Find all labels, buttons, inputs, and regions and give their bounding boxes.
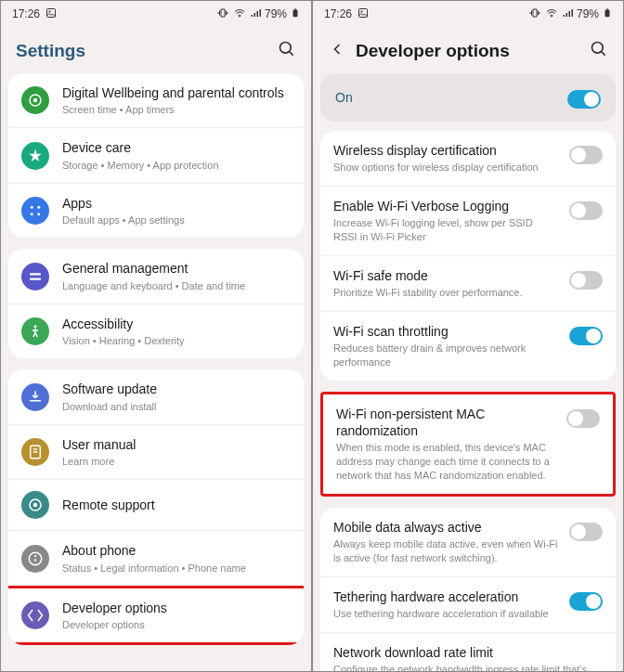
dev-option[interactable]: Enable Wi-Fi Verbose LoggingIncrease Wi-… xyxy=(320,186,616,255)
wifi-icon xyxy=(545,7,558,21)
toggle-switch[interactable] xyxy=(569,592,603,611)
general-icon xyxy=(21,263,49,291)
svg-point-1 xyxy=(49,10,51,12)
settings-item-remote[interactable]: Remote support xyxy=(8,479,304,530)
settings-list: Digital Wellbeing and parental controlsS… xyxy=(1,73,311,671)
svg-rect-2 xyxy=(293,9,298,17)
dev-option[interactable]: Tethering hardware accelerationUse tethe… xyxy=(320,576,616,632)
vibrate-icon xyxy=(216,7,229,21)
image-icon xyxy=(46,7,57,21)
developer-header: Developer options xyxy=(313,27,623,73)
back-icon[interactable] xyxy=(328,40,346,62)
page-title: Developer options xyxy=(356,41,510,61)
remote-icon xyxy=(21,491,49,519)
svg-rect-25 xyxy=(605,9,610,17)
dev-option-subtitle: Configure the network bandwidth ingress … xyxy=(333,663,603,671)
signal-icon xyxy=(250,7,261,21)
dev-option[interactable]: Network download rate limitConfigure the… xyxy=(320,632,616,671)
dev-option-title: Wireless display certification xyxy=(333,142,558,159)
dev-option[interactable]: Wi-Fi non-persistent MAC randomizationWh… xyxy=(323,394,613,494)
svg-point-19 xyxy=(33,503,38,508)
dev-group: Wireless display certificationShow optio… xyxy=(320,131,616,381)
toggle-switch[interactable] xyxy=(569,146,603,164)
image-icon xyxy=(358,7,369,21)
search-icon[interactable] xyxy=(278,40,296,62)
dev-option-subtitle: Use tethering hardware acceleration if a… xyxy=(333,607,558,621)
toggle-switch[interactable] xyxy=(569,327,603,345)
wifi-icon xyxy=(233,7,246,21)
item-subtitle: Screen time • App timers xyxy=(62,103,291,116)
svg-rect-12 xyxy=(30,273,41,275)
dev-group: Mobile data always activeAlways keep mob… xyxy=(320,508,616,671)
settings-item-general[interactable]: General managementLanguage and keyboard … xyxy=(8,249,304,303)
svg-point-11 xyxy=(37,213,40,215)
svg-point-24 xyxy=(361,10,363,12)
dev-option-subtitle: Show options for wireless display certif… xyxy=(333,161,558,174)
item-subtitle: Vision • Hearing • Dexterity xyxy=(62,334,291,347)
svg-line-5 xyxy=(290,52,293,56)
status-time: 17:26 xyxy=(324,7,352,20)
settings-group: General managementLanguage and keyboard … xyxy=(8,249,304,358)
item-title: Accessibility xyxy=(62,316,291,332)
dev-option-title: Network download rate limit xyxy=(333,644,603,661)
dev-option-title: Enable Wi-Fi Verbose Logging xyxy=(333,198,558,214)
dev-option[interactable]: Wi-Fi scan throttlingReduces battery dra… xyxy=(320,311,616,381)
update-icon xyxy=(21,383,49,411)
svg-point-27 xyxy=(592,43,604,54)
master-toggle-label: On xyxy=(335,90,353,105)
dev-option-subtitle: Prioritize Wi-Fi stability over performa… xyxy=(333,286,558,300)
search-icon[interactable] xyxy=(590,40,608,62)
settings-item-accessibility[interactable]: AccessibilityVision • Hearing • Dexterit… xyxy=(8,304,304,358)
settings-item-device-care[interactable]: Device careStorage • Memory • App protec… xyxy=(8,127,304,182)
svg-point-14 xyxy=(34,325,37,328)
battery-percent: 79% xyxy=(577,7,599,20)
item-subtitle: Download and install xyxy=(62,400,291,413)
svg-point-9 xyxy=(37,206,40,209)
dev-option[interactable]: Mobile data always activeAlways keep mob… xyxy=(320,508,616,576)
settings-header: Settings xyxy=(1,27,311,73)
battery-percent: 79% xyxy=(265,7,287,20)
settings-item-apps[interactable]: AppsDefault apps • App settings xyxy=(8,183,304,238)
dev-option-title: Wi-Fi safe mode xyxy=(333,267,558,284)
toggle-switch[interactable] xyxy=(566,409,600,428)
item-title: Developer options xyxy=(62,600,291,616)
developer-options-screen: 17:26 79% Developer options On Wi xyxy=(312,0,624,672)
toggle-switch[interactable] xyxy=(569,201,603,220)
item-title: About phone xyxy=(62,542,291,559)
dev-option-title: Wi-Fi scan throttling xyxy=(333,323,558,340)
settings-group: Digital Wellbeing and parental controlsS… xyxy=(8,73,304,238)
svg-point-10 xyxy=(31,213,33,215)
settings-screen: 17:26 79% Settings Digital Wellbeing and… xyxy=(0,0,312,672)
dev-option-subtitle: Reduces battery drain & improves network… xyxy=(333,342,558,369)
settings-item-about[interactable]: About phoneStatus • Legal information • … xyxy=(8,530,304,585)
item-title: General management xyxy=(62,260,291,277)
svg-point-8 xyxy=(31,206,33,209)
manual-icon xyxy=(21,438,49,466)
settings-item-manual[interactable]: User manualLearn more xyxy=(8,424,304,479)
about-icon xyxy=(21,545,49,573)
settings-item-wellbeing[interactable]: Digital Wellbeing and parental controlsS… xyxy=(8,73,304,127)
item-title: Software update xyxy=(62,381,291,397)
item-subtitle: Storage • Memory • App protection xyxy=(62,159,291,172)
status-time: 17:26 xyxy=(12,7,40,20)
master-toggle-row[interactable]: On xyxy=(320,73,616,122)
svg-point-4 xyxy=(280,43,292,54)
settings-item-developer[interactable]: Developer optionsDeveloper options xyxy=(8,588,304,642)
toggle-switch[interactable] xyxy=(569,523,603,541)
item-subtitle: Learn more xyxy=(62,455,291,468)
master-toggle[interactable] xyxy=(567,90,601,109)
dev-option[interactable]: Wi-Fi safe modePrioritize Wi-Fi stabilit… xyxy=(320,255,616,311)
wellbeing-icon xyxy=(21,86,49,114)
highlight-box: Wi-Fi non-persistent MAC randomizationWh… xyxy=(320,392,616,497)
settings-item-update[interactable]: Software updateDownload and install xyxy=(8,369,304,423)
apps-icon xyxy=(21,197,49,225)
dev-option-subtitle: Always keep mobile data active, even whe… xyxy=(333,537,558,565)
dev-option[interactable]: Wireless display certificationShow optio… xyxy=(320,131,616,186)
item-title: User manual xyxy=(62,436,291,453)
page-title: Settings xyxy=(16,41,85,61)
dev-option-title: Wi-Fi non-persistent MAC randomization xyxy=(336,406,555,439)
item-title: Apps xyxy=(62,195,291,212)
accessibility-icon xyxy=(21,317,49,345)
toggle-switch[interactable] xyxy=(569,271,603,290)
dev-option-subtitle: When this mode is enabled, this device's… xyxy=(336,441,555,483)
